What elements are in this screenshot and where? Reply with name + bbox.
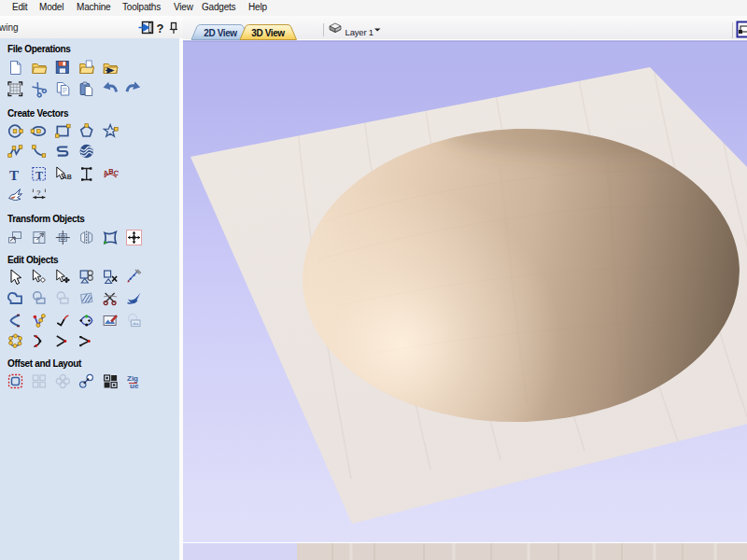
svg-text:C: C (113, 168, 120, 177)
svg-text:?: ? (36, 189, 41, 197)
svg-text:Offset and Layout: Offset and Layout (7, 358, 82, 369)
svg-text:ue: ue (130, 382, 139, 390)
svg-text:T: T (35, 169, 43, 182)
svg-text:File Operations: File Operations (7, 44, 71, 54)
svg-text:2D View: 2D View (204, 28, 237, 38)
svg-text:Create Vectors: Create Vectors (7, 108, 69, 119)
svg-text:3D View: 3D View (251, 28, 285, 38)
svg-text:AB: AB (63, 174, 72, 180)
svg-text:Edit Objects: Edit Objects (7, 255, 59, 265)
svg-text:T: T (9, 168, 19, 183)
svg-text:Layer 1: Layer 1 (345, 27, 374, 37)
svg-text:Transform Objects: Transform Objects (7, 214, 85, 224)
svg-text:?: ? (157, 21, 164, 35)
